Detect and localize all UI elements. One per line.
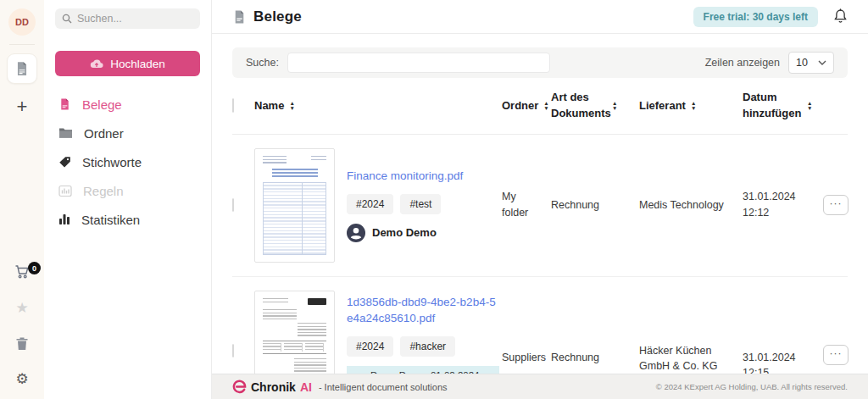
sidebar-search-input[interactable] bbox=[77, 13, 193, 25]
cell-date: 31.01.2024 12:12 bbox=[743, 189, 823, 221]
brand-logo: Chronik AI - Intelligent document soluti… bbox=[232, 380, 448, 394]
chronik-logo-icon bbox=[232, 380, 247, 394]
column-header-lieferant[interactable]: Lieferant ▲▼ bbox=[639, 99, 743, 112]
add-workspace-button[interactable]: + bbox=[17, 97, 28, 116]
user-avatar[interactable]: DD bbox=[8, 8, 36, 36]
document-icon bbox=[14, 61, 30, 76]
table-header-row: Name ▲▼ Ordner ▲▼ Art des Dokuments ▲▼ L… bbox=[232, 78, 848, 135]
page-header: Belege Free trial: 30 days left bbox=[212, 0, 868, 34]
owner-avatar bbox=[347, 224, 365, 242]
brand-ai: AI bbox=[300, 380, 312, 394]
lock-info-strip: Demo Demo, 01.02.2024 20:01 bbox=[347, 366, 499, 374]
column-label: Datum hinzufügen bbox=[743, 90, 795, 122]
table-row: 1d3856db-dbd9-4be2-b2b4-5e4a24c85610.pdf… bbox=[232, 277, 848, 374]
tag-badge[interactable]: #hacker bbox=[400, 336, 455, 357]
table-search-input[interactable] bbox=[287, 53, 550, 73]
trash-button[interactable] bbox=[14, 335, 31, 352]
app-rail: DD + 0 ★ ⚙ bbox=[0, 0, 44, 399]
cart-button[interactable]: 0 bbox=[14, 263, 31, 280]
document-link[interactable]: 1d3856db-dbd9-4be2-b2b4-5e4a24c85610.pdf bbox=[347, 294, 499, 327]
rail-divider bbox=[9, 44, 35, 45]
copyright-text: © 2024 KExpert AG Holding, UAB. All righ… bbox=[656, 382, 848, 391]
main-area: Belege Free trial: 30 days left Suche: Z… bbox=[212, 0, 868, 399]
sidebar-item-label: Ordner bbox=[84, 126, 124, 141]
table-search-label: Suche: bbox=[246, 57, 279, 69]
brand-tagline: - Intelligent document solutions bbox=[319, 382, 448, 392]
column-header-art-des-dokuments[interactable]: Art des Dokuments ▲▼ bbox=[551, 90, 639, 122]
column-header-ordner[interactable]: Ordner ▲▼ bbox=[502, 99, 551, 112]
cell-date: 31.01.2024 12:15 bbox=[743, 291, 823, 374]
upload-button-label: Hochladen bbox=[110, 58, 165, 70]
cloud-upload-icon bbox=[90, 58, 103, 69]
column-header-name[interactable]: Name ▲▼ bbox=[254, 99, 502, 112]
row-actions-button[interactable]: ··· bbox=[823, 195, 849, 215]
table-row: Finance monitoring.pdf #2024 #test Demo … bbox=[232, 135, 848, 277]
workspace-button[interactable] bbox=[7, 53, 37, 84]
sort-icon: ▲▼ bbox=[612, 101, 617, 110]
document-icon bbox=[58, 97, 71, 111]
sidebar-item-belege[interactable]: Belege bbox=[55, 90, 200, 119]
sidebar-menu: Belege Ordner Stichworte Regeln Statisti… bbox=[55, 90, 200, 234]
gear-icon: ⚙ bbox=[15, 372, 28, 386]
chevron-down-icon bbox=[818, 60, 826, 65]
document-link[interactable]: Finance monitoring.pdf bbox=[347, 168, 499, 185]
document-icon bbox=[232, 9, 247, 25]
sidebar-search bbox=[55, 8, 200, 29]
star-icon: ★ bbox=[15, 301, 28, 315]
upload-button[interactable]: Hochladen bbox=[55, 51, 200, 76]
cell-doc-type: Rechnung bbox=[551, 197, 639, 213]
cell-folder: Suppliers bbox=[502, 291, 551, 366]
cell-doc-type: Rechnung bbox=[551, 291, 639, 366]
sort-icon: ▲▼ bbox=[543, 101, 548, 110]
rules-icon bbox=[58, 185, 72, 197]
sidebar-item-label: Stichworte bbox=[82, 155, 142, 169]
bar-chart-icon bbox=[58, 213, 70, 225]
sidebar-item-stichworte[interactable]: Stichworte bbox=[55, 147, 200, 176]
row-checkbox[interactable] bbox=[232, 344, 234, 357]
cell-supplier: Medis Technology bbox=[639, 197, 743, 213]
rows-per-page-label: Zeilen anzeigen bbox=[705, 57, 780, 69]
sidebar: Hochladen Belege Ordner Stichworte Regel… bbox=[44, 0, 212, 399]
column-label: Name bbox=[254, 99, 284, 112]
favorites-button[interactable]: ★ bbox=[14, 299, 31, 316]
folder-icon bbox=[58, 127, 73, 139]
column-label: Ordner bbox=[502, 99, 538, 112]
column-label: Lieferant bbox=[639, 99, 686, 112]
row-actions-button[interactable]: ··· bbox=[823, 345, 849, 365]
document-thumbnail[interactable] bbox=[254, 148, 335, 263]
rows-per-page-select[interactable]: 10 bbox=[788, 52, 834, 74]
bell-icon[interactable] bbox=[833, 8, 848, 25]
brand-name: Chronik bbox=[251, 380, 296, 394]
column-label: Art des Dokuments bbox=[551, 90, 607, 122]
rows-per-page-value: 10 bbox=[796, 57, 808, 69]
trash-icon bbox=[15, 336, 29, 351]
tag-icon bbox=[58, 156, 71, 169]
row-checkbox[interactable] bbox=[232, 198, 234, 212]
page-title: Belege bbox=[253, 8, 302, 25]
sidebar-item-ordner[interactable]: Ordner bbox=[55, 119, 200, 147]
trial-badge: Free trial: 30 days left bbox=[693, 7, 818, 27]
settings-button[interactable]: ⚙ bbox=[14, 370, 31, 387]
sidebar-item-label: Belege bbox=[82, 97, 122, 112]
cart-count-badge: 0 bbox=[28, 262, 41, 274]
content-area: Suche: Zeilen anzeigen 10 Name ▲▼ Ordner bbox=[212, 34, 868, 374]
cell-supplier: Häcker Küchen GmbH & Co. KG bbox=[639, 291, 743, 374]
sidebar-item-label: Regeln bbox=[83, 184, 124, 198]
sort-icon: ▲▼ bbox=[691, 101, 696, 110]
sort-icon: ▲▼ bbox=[807, 101, 812, 110]
table-toolbar: Suche: Zeilen anzeigen 10 bbox=[232, 47, 848, 78]
column-header-datum[interactable]: Datum hinzufügen ▲▼ bbox=[743, 90, 823, 122]
tag-badge[interactable]: #2024 bbox=[347, 336, 393, 357]
footer: Chronik AI - Intelligent document soluti… bbox=[212, 374, 868, 399]
sidebar-item-statistiken[interactable]: Statistiken bbox=[55, 205, 200, 234]
document-thumbnail[interactable] bbox=[254, 291, 335, 374]
search-icon bbox=[62, 14, 72, 24]
select-all-checkbox[interactable] bbox=[232, 98, 234, 113]
owner-name: Demo Demo bbox=[372, 226, 437, 239]
sort-icon: ▲▼ bbox=[289, 101, 294, 110]
sidebar-item-regeln[interactable]: Regeln bbox=[55, 176, 200, 205]
tag-badge[interactable]: #test bbox=[400, 194, 441, 214]
tag-badge[interactable]: #2024 bbox=[347, 194, 393, 214]
cell-folder: My folder bbox=[502, 189, 551, 221]
sidebar-item-label: Statistiken bbox=[81, 213, 140, 227]
